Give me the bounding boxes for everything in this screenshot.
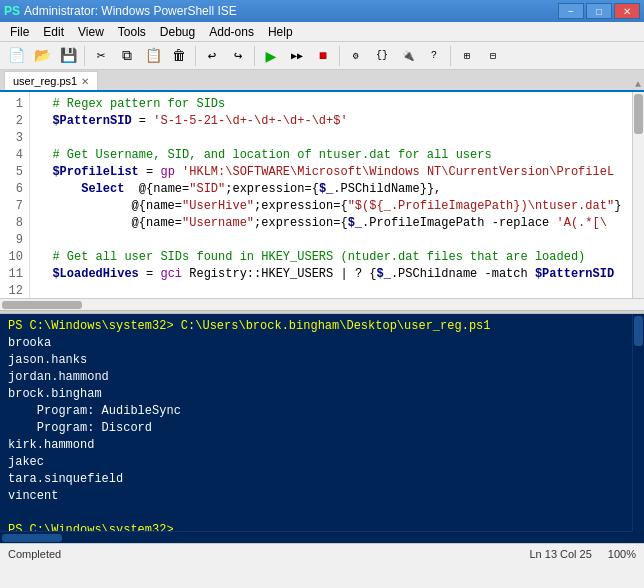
- editor-scroll-h-thumb[interactable]: [2, 301, 82, 309]
- title-bar: PS Administrator: Windows PowerShell ISE…: [0, 0, 644, 22]
- toolbar-sep-5: [450, 46, 451, 66]
- toolbar-sep-4: [339, 46, 340, 66]
- stop-button[interactable]: ■: [311, 45, 335, 67]
- window-buttons[interactable]: − □ ✕: [558, 3, 640, 19]
- snippet-button[interactable]: {}: [370, 45, 394, 67]
- tab-user-reg[interactable]: user_reg.ps1 ✕: [4, 71, 98, 90]
- open-button[interactable]: 📂: [30, 45, 54, 67]
- addon-button[interactable]: 🔌: [396, 45, 420, 67]
- paste-button[interactable]: 📋: [141, 45, 165, 67]
- debug-button[interactable]: ⚙: [344, 45, 368, 67]
- help-btn-toolbar[interactable]: ?: [422, 45, 446, 67]
- toolbar: 📄 📂 💾 ✂ ⧉ 📋 🗑 ↩ ↪ ▶ ▶▶ ■ ⚙ {} 🔌 ? ⊞ ⊟: [0, 42, 644, 70]
- close-button[interactable]: ✕: [614, 3, 640, 19]
- run-button[interactable]: ▶: [259, 45, 283, 67]
- undo-button[interactable]: ↩: [200, 45, 224, 67]
- editor-scroll-thumb[interactable]: [634, 94, 643, 134]
- tab-label: user_reg.ps1: [13, 75, 77, 87]
- status-text: Completed: [8, 548, 61, 560]
- toolbar-sep-2: [195, 46, 196, 66]
- menu-tools[interactable]: Tools: [112, 22, 152, 42]
- console-scroll-h-thumb[interactable]: [2, 534, 62, 542]
- console-output[interactable]: PS C:\Windows\system32> C:\Users\brock.b…: [0, 314, 644, 543]
- side-panel-button[interactable]: ⊞: [455, 45, 479, 67]
- menu-edit[interactable]: Edit: [37, 22, 70, 42]
- menu-debug[interactable]: Debug: [154, 22, 201, 42]
- copy-button[interactable]: ⧉: [115, 45, 139, 67]
- menu-help[interactable]: Help: [262, 22, 299, 42]
- code-editor[interactable]: # Regex pattern for SIDs $PatternSID = '…: [30, 92, 632, 298]
- cut-button[interactable]: ✂: [89, 45, 113, 67]
- toolbar-sep-3: [254, 46, 255, 66]
- editor-content: 12345 678910 1112131415 1617 # Regex pat…: [0, 92, 644, 298]
- redo-button[interactable]: ↪: [226, 45, 250, 67]
- console-scroll-thumb[interactable]: [634, 316, 643, 346]
- new-button[interactable]: 📄: [4, 45, 28, 67]
- editor-scrollbar-horizontal[interactable]: [0, 298, 644, 310]
- console-scrollbar-vertical[interactable]: [632, 314, 644, 531]
- cursor-position: Ln 13 Col 25: [529, 548, 591, 560]
- console-scrollbar-horizontal[interactable]: [0, 531, 632, 543]
- editor-scrollbar-vertical[interactable]: [632, 92, 644, 298]
- status-bar: Completed Ln 13 Col 25 100%: [0, 543, 644, 563]
- window-title: Administrator: Windows PowerShell ISE: [24, 4, 237, 18]
- menu-file[interactable]: File: [4, 22, 35, 42]
- toolbar-sep-1: [84, 46, 85, 66]
- app-icon: PS: [4, 4, 20, 18]
- maximize-button[interactable]: □: [586, 3, 612, 19]
- line-numbers: 12345 678910 1112131415 1617: [0, 92, 30, 298]
- tab-close-button[interactable]: ✕: [81, 76, 89, 87]
- menu-view[interactable]: View: [72, 22, 110, 42]
- console-panel-button[interactable]: ⊟: [481, 45, 505, 67]
- clear-button[interactable]: 🗑: [167, 45, 191, 67]
- run-selection-button[interactable]: ▶▶: [285, 45, 309, 67]
- editor-area: 12345 678910 1112131415 1617 # Regex pat…: [0, 92, 644, 310]
- editor-scroll-up[interactable]: ▲: [632, 79, 644, 90]
- tab-bar: user_reg.ps1 ✕ ▲: [0, 70, 644, 92]
- minimize-button[interactable]: −: [558, 3, 584, 19]
- menu-bar: File Edit View Tools Debug Add-ons Help: [0, 22, 644, 42]
- save-button[interactable]: 💾: [56, 45, 80, 67]
- menu-addons[interactable]: Add-ons: [203, 22, 260, 42]
- console-area: PS C:\Windows\system32> C:\Users\brock.b…: [0, 314, 644, 543]
- zoom-level: 100%: [608, 548, 636, 560]
